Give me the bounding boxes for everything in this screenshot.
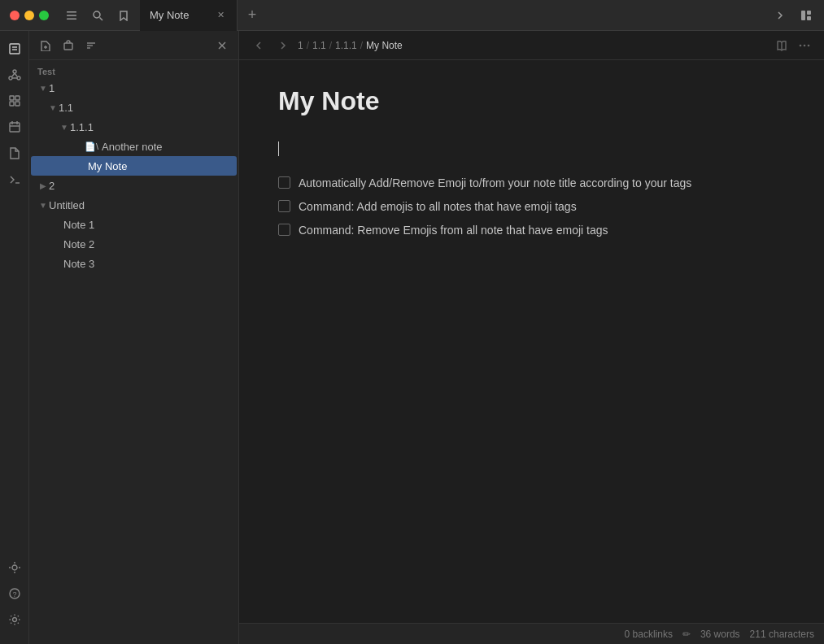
layout-toggle-icon[interactable] [795,4,817,27]
todo-item-3: Command: Remove Emojis from all note tha… [278,222,785,239]
sort-toolbar-btn[interactable] [81,36,101,55]
tree-item-2-label: 2 [49,180,54,192]
note-title[interactable]: My Note [278,86,785,116]
todo-checkbox-2[interactable] [278,200,290,212]
help-sidebar-btn[interactable]: ? [3,582,26,605]
tab-close-button[interactable]: ✕ [214,9,227,22]
tree-item-untitled[interactable]: ▼ Untitled [31,195,237,215]
new-tab-button[interactable]: + [241,4,264,27]
svg-point-11 [13,70,16,73]
breadcrumb-part-3[interactable]: 1.1.1 [335,40,357,51]
terminal-sidebar-btn[interactable] [3,168,26,190]
words-status: 36 words [700,629,740,640]
traffic-lights [0,11,49,20]
svg-rect-17 [10,96,14,100]
svg-rect-7 [807,16,811,20]
status-bar: 0 backlinks ✏ 36 words 211 characters [239,623,824,644]
tree-item-my-note-label: My Note [88,160,127,172]
editor-area: 1 / 1.1 / 1.1.1 / My Note [239,31,824,644]
tree-item-note-2[interactable]: ▶ Note 2 [31,234,237,254]
tree-item-1-1-1[interactable]: ▼ 1.1.1 [31,117,237,137]
svg-rect-32 [64,43,72,50]
sidebar-toggle-icon[interactable] [60,4,83,27]
breadcrumb-part-2[interactable]: 1.1 [312,40,326,51]
edit-icon: ✏ [682,629,691,640]
close-tree-btn[interactable] [212,36,232,55]
breadcrumb-part-1[interactable]: 1 [298,40,303,51]
todo-checkbox-1[interactable] [278,176,290,189]
editor-header-right [772,36,814,55]
todo-checkbox-3[interactable] [278,224,290,236]
editor-header: 1 / 1.1 / 1.1.1 / My Note [239,31,824,60]
tree-item-note-1-label: Note 1 [63,219,94,231]
tree-item-1-label: 1 [49,82,54,94]
backlinks-status[interactable]: 0 backlinks [625,629,673,640]
breadcrumb-sep-1: / [307,40,309,51]
tabs-area: My Note ✕ + [140,0,769,31]
tree-item-1[interactable]: ▼ 1 [31,78,237,98]
calendar-sidebar-btn[interactable] [3,115,26,138]
grid-sidebar-btn[interactable] [3,89,26,112]
note-another-icon: 📄\ [85,141,98,152]
chevron-1-icon: ▼ [37,82,49,94]
svg-rect-2 [67,18,76,20]
todo-list: Automatically Add/Remove Emoji to/from y… [278,175,785,239]
svg-rect-5 [801,11,805,20]
titlebar: My Note ✕ + [0,0,824,31]
edit-icon-status: ✏ [682,629,691,640]
book-view-btn[interactable] [772,36,791,55]
tree-item-another-note[interactable]: ▶ 📄\ Another note [31,137,237,156]
tree-item-my-note[interactable]: ▶ My Note [31,156,237,176]
notes-sidebar-btn[interactable] [3,37,26,60]
file-tree-toolbar [29,31,238,60]
tree-item-note-3[interactable]: ▶ Note 3 [31,254,237,273]
svg-line-4 [100,17,103,20]
tree-item-2[interactable]: ▶ 2 [31,176,237,195]
icon-sidebar: ? [0,31,29,644]
graph-sidebar-btn[interactable] [3,63,26,86]
svg-rect-19 [10,102,14,106]
todo-text-2: Command: Add emojis to all notes that ha… [299,198,577,215]
titlebar-right-icons [769,4,824,27]
tab-label: My Note [150,9,189,21]
todo-text-3: Command: Remove Emojis from all note tha… [299,222,608,239]
more-options-btn[interactable] [795,36,814,55]
svg-point-12 [9,76,12,80]
tree-item-1-1-1-label: 1.1.1 [70,121,94,133]
svg-point-3 [94,11,100,18]
breadcrumb-current: My Note [366,40,403,51]
nav-forward-button[interactable] [273,36,293,55]
svg-point-29 [12,618,16,622]
new-note-toolbar-btn[interactable] [36,36,55,55]
minimize-button[interactable] [24,11,34,20]
svg-rect-21 [10,123,20,132]
todo-item-1: Automatically Add/Remove Emoji to/from y… [278,175,785,192]
tree-item-note-1[interactable]: ▶ Note 1 [31,215,237,234]
file-tree-content: Test ▼ 1 ▼ 1.1 ▼ 1.1.1 ▶ [29,60,238,644]
main-container: ? [0,31,824,644]
tree-section-label: Test [29,63,238,78]
words-label: 36 words [700,629,740,640]
svg-line-15 [15,73,17,76]
bookmark-icon[interactable] [112,4,135,27]
move-toolbar-btn[interactable] [59,36,78,55]
nav-back-button[interactable] [249,36,268,55]
svg-rect-18 [15,96,20,100]
titlebar-left-icons [55,4,140,27]
panel-expand-icon[interactable] [769,4,791,27]
icon-sidebar-bottom: ? [3,556,26,637]
tree-item-1-1[interactable]: ▼ 1.1 [31,98,237,117]
plugin-sidebar-btn[interactable] [3,556,26,579]
maximize-button[interactable] [39,11,49,20]
settings-sidebar-btn[interactable] [3,608,26,631]
tab-my-note[interactable]: My Note ✕ [140,0,238,31]
text-cursor [278,141,279,156]
cursor-line [278,139,785,159]
file-sidebar-btn[interactable] [3,141,26,164]
close-button[interactable] [10,11,20,20]
svg-rect-1 [67,15,76,16]
search-icon[interactable] [86,4,109,27]
chevron-2-icon: ▶ [37,180,49,191]
chevron-1-1-icon: ▼ [47,102,59,113]
editor-content[interactable]: My Note Automatically Add/Remove Emoji t… [239,60,824,623]
